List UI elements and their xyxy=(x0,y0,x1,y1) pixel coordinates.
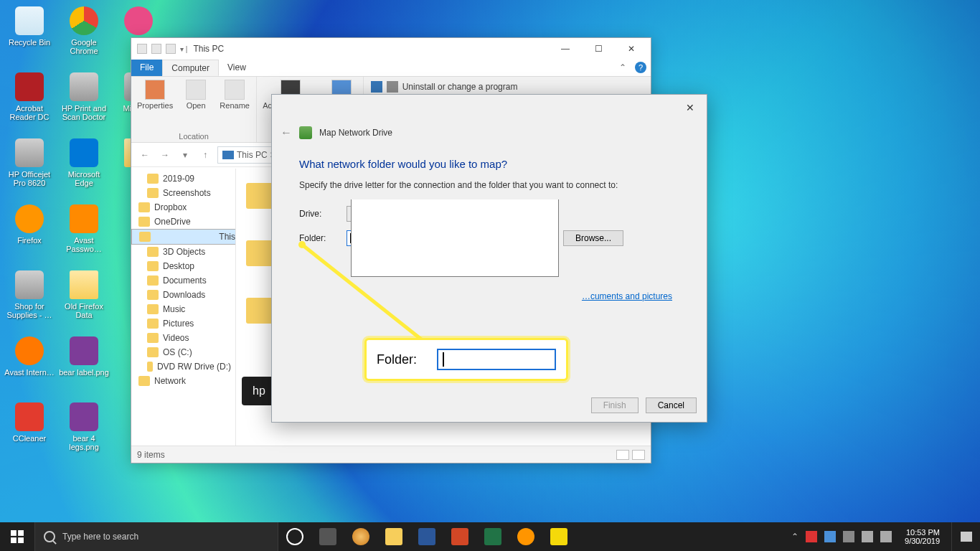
program-icon xyxy=(387,81,398,93)
nav-item[interactable]: 3D Objects xyxy=(131,245,235,259)
nav-item[interactable]: This PC xyxy=(131,229,236,245)
taskbar-powerpoint[interactable] xyxy=(443,522,476,551)
nav-item-label: Videos xyxy=(163,333,189,343)
svg-rect-5 xyxy=(18,537,24,543)
nav-item[interactable]: DVD RW Drive (D:) xyxy=(131,359,235,374)
folder-label: Folder: xyxy=(299,233,336,243)
desktop-icon[interactable]: Avast Intern… xyxy=(4,334,55,397)
qat-icon[interactable] xyxy=(151,44,161,54)
maximize-button[interactable]: ☐ xyxy=(582,38,615,60)
nav-item[interactable]: OneDrive xyxy=(131,215,235,229)
nav-item[interactable]: Desktop xyxy=(131,259,235,273)
breadcrumb-root[interactable]: This PC xyxy=(237,150,268,160)
finish-button[interactable]: Finish xyxy=(591,397,639,413)
desktop-icon-label: HP Officejet Pro 8620 xyxy=(4,170,55,187)
ribbon-properties[interactable]: Properties xyxy=(137,80,173,110)
taskbar-firefox[interactable] xyxy=(509,522,542,551)
qat-icon[interactable] xyxy=(166,44,176,54)
collapse-ribbon-icon[interactable]: ⌃ xyxy=(613,60,632,76)
qat-dropdown-icon[interactable]: ▾ | xyxy=(180,45,187,53)
close-button[interactable]: ✕ xyxy=(615,38,648,60)
desktop-icon[interactable]: Google Chrome xyxy=(58,4,110,67)
start-button[interactable] xyxy=(0,522,34,551)
cancel-button[interactable]: Cancel xyxy=(646,397,697,413)
folder-icon xyxy=(147,319,159,329)
app-icon xyxy=(70,138,98,167)
desktop-icon[interactable]: Recycle Bin xyxy=(4,4,55,67)
desktop-icon[interactable]: Shop for Supplies - … xyxy=(4,268,55,331)
taskbar-file-explorer[interactable] xyxy=(377,522,410,551)
taskbar-clock[interactable]: 10:53 PM 9/30/2019 xyxy=(899,528,946,545)
tray-volume-icon[interactable] xyxy=(880,531,892,542)
tray-icon[interactable] xyxy=(806,531,817,542)
nav-item[interactable]: Dropbox xyxy=(131,200,235,215)
minimize-button[interactable]: — xyxy=(549,38,582,60)
nav-back-icon[interactable]: ← xyxy=(137,147,153,163)
explorer-titlebar[interactable]: ▾ | This PC — ☐ ✕ xyxy=(131,38,651,60)
task-view-icon[interactable] xyxy=(311,522,344,551)
tab-file[interactable]: File xyxy=(131,60,162,76)
tray-dropbox-icon[interactable] xyxy=(824,531,836,542)
ribbon-rename[interactable]: Rename xyxy=(219,80,250,110)
desktop-icon[interactable]: HP Print and Scan Doctor xyxy=(58,70,110,133)
nav-item-label: Screenshots xyxy=(163,188,211,198)
taskbar-word[interactable] xyxy=(410,522,443,551)
view-details-icon[interactable] xyxy=(616,450,629,460)
tray-icon[interactable] xyxy=(843,531,854,542)
documents-pictures-link[interactable]: …cuments and pictures xyxy=(582,291,672,301)
nav-item[interactable]: Music xyxy=(131,302,235,316)
nav-item[interactable]: Documents xyxy=(131,273,235,288)
taskbar-search[interactable]: Type here to search xyxy=(34,522,278,551)
tab-computer[interactable]: Computer xyxy=(162,60,219,76)
help-icon[interactable]: ? xyxy=(635,62,646,73)
nav-recent-icon[interactable]: ▾ xyxy=(177,147,193,163)
taskbar-app[interactable] xyxy=(542,522,575,551)
view-large-icon[interactable] xyxy=(632,450,645,460)
folder-icon xyxy=(147,290,159,300)
navigation-pane[interactable]: 2019-09ScreenshotsDropboxOneDriveThis PC… xyxy=(131,169,236,446)
desktop-icon-label: Recycle Bin xyxy=(9,38,50,47)
folder-dropdown-list[interactable] xyxy=(351,199,559,277)
desktop-icon[interactable]: Microsoft Edge xyxy=(58,136,110,199)
folder-icon xyxy=(138,376,150,386)
nav-item[interactable]: Screenshots xyxy=(131,186,235,200)
nav-up-icon[interactable]: ↑ xyxy=(197,147,213,163)
app-icon xyxy=(70,72,98,101)
desktop-icon[interactable]: Avast Passwo… xyxy=(58,202,110,265)
dialog-close-button[interactable]: ✕ xyxy=(678,98,702,118)
desktop-icon[interactable]: Old Firefox Data xyxy=(58,268,110,331)
ribbon-tabs: File Computer View ⌃ ? xyxy=(131,60,651,77)
dialog-back-icon[interactable]: ← xyxy=(281,126,292,139)
app-icon xyxy=(70,204,98,233)
action-center-icon[interactable] xyxy=(951,522,980,551)
nav-item[interactable]: 2019-09 xyxy=(131,171,235,186)
nav-forward-icon[interactable]: → xyxy=(157,147,173,163)
desktop-icon[interactable]: Acrobat Reader DC xyxy=(4,70,55,133)
ribbon-uninstall-link[interactable]: Uninstall or change a program xyxy=(371,81,518,93)
nav-item[interactable]: Network xyxy=(131,374,235,388)
nav-item[interactable]: Pictures xyxy=(131,316,235,331)
ribbon-open[interactable]: Open xyxy=(180,80,212,110)
svg-rect-3 xyxy=(18,530,24,536)
tray-network-icon[interactable] xyxy=(862,531,873,542)
qat-icon[interactable] xyxy=(137,44,147,54)
taskbar-app[interactable] xyxy=(344,522,377,551)
nav-item-label: Pictures xyxy=(163,319,194,329)
taskbar-excel[interactable] xyxy=(476,522,509,551)
folder-icon xyxy=(147,174,159,184)
tab-view[interactable]: View xyxy=(219,60,255,76)
desktop-icon[interactable]: Firefox xyxy=(4,202,55,265)
system-tray[interactable]: ⌃ 10:53 PM 9/30/2019 xyxy=(786,528,951,545)
desktop-icon[interactable]: bear 4 legs.png xyxy=(58,400,110,463)
cortana-icon[interactable] xyxy=(278,522,311,551)
folder-icon xyxy=(139,232,151,242)
app-icon xyxy=(15,72,44,101)
nav-item[interactable]: Videos xyxy=(131,331,235,345)
nav-item[interactable]: OS (C:) xyxy=(131,345,235,359)
tray-chevron-up-icon[interactable]: ⌃ xyxy=(791,532,798,542)
desktop-icon[interactable]: bear label.png xyxy=(58,334,110,397)
nav-item[interactable]: Downloads xyxy=(131,288,235,302)
desktop-icon[interactable]: HP Officejet Pro 8620 xyxy=(4,136,55,199)
desktop-icon[interactable]: CCleaner xyxy=(4,400,55,463)
browse-button[interactable]: Browse... xyxy=(563,230,623,246)
